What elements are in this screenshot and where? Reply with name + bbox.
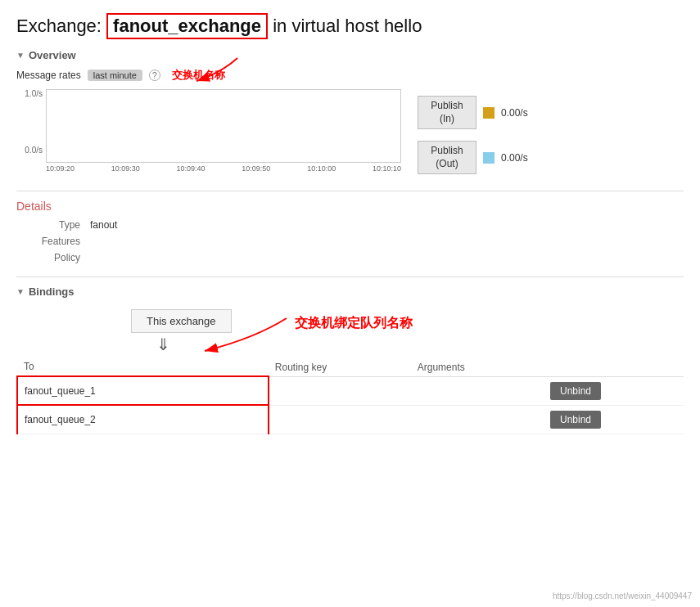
annotation-arrow-svg xyxy=(188,58,270,88)
annotation-queue-name: 交换机绑定队列名称 xyxy=(295,315,413,332)
queue-2-routing-key xyxy=(269,405,411,434)
chart-x-labels: 10:09:20 10:09:30 10:09:40 10:09:50 10:1… xyxy=(46,164,401,173)
details-row-type: Type fanout xyxy=(33,219,684,231)
unbind-button-1[interactable]: Unbind xyxy=(550,382,601,400)
bindings-arrow-icon: ▼ xyxy=(16,287,25,296)
overview-section: ▼ Overview Message rates last minute ? 交… xyxy=(16,49,684,174)
publish-out-value: 0.00/s xyxy=(501,152,528,164)
legend-item-publish-out: Publish (Out) 0.00/s xyxy=(418,141,528,174)
publish-out-line1: Publish xyxy=(431,145,463,156)
watermark: https://blog.csdn.net/weixin_44009447 xyxy=(553,591,692,600)
x-label-4: 10:10:00 xyxy=(307,164,336,173)
queue-1-name: fanout_queue_1 xyxy=(17,376,269,405)
page-title: Exchange: fanout_exchange in virtual hos… xyxy=(16,13,684,39)
bindings-content: This exchange ⇓ 交换机绑定队列名称 To Routing key xyxy=(16,309,684,434)
title-prefix: Exchange: xyxy=(16,16,102,36)
time-range-badge[interactable]: last minute xyxy=(88,70,142,81)
message-rates-row: Message rates last minute ? 交换机名称 xyxy=(16,68,684,83)
chart-legend: Publish (In) 0.00/s Publish (Out) 0.00/s xyxy=(418,89,528,174)
bindings-label: Bindings xyxy=(29,286,75,298)
overview-header[interactable]: ▼ Overview xyxy=(16,49,684,61)
legend-item-publish-in: Publish (In) 0.00/s xyxy=(418,96,528,129)
queue-1-routing-key xyxy=(269,376,411,405)
col-routing-key: Routing key xyxy=(269,357,411,376)
chart-container: 1.0/s 0.0/s 10:09:20 10:09:30 10:09:40 1… xyxy=(16,89,401,173)
unbind-button-2[interactable]: Unbind xyxy=(550,411,601,429)
details-row-policy: Policy xyxy=(33,252,684,263)
details-row-features: Features xyxy=(33,236,684,247)
y-top-label: 1.0/s xyxy=(16,89,43,98)
col-action xyxy=(544,357,684,376)
details-key-features: Features xyxy=(33,236,90,247)
queue-2-arguments xyxy=(411,405,544,434)
publish-in-line1: Publish xyxy=(431,100,463,111)
publish-out-color xyxy=(483,152,495,164)
queue-1-unbind-cell: Unbind xyxy=(544,376,684,405)
overview-arrow-icon: ▼ xyxy=(16,51,25,60)
x-label-2: 10:09:40 xyxy=(177,164,205,173)
chart-graph xyxy=(46,89,401,163)
publish-in-color xyxy=(483,107,495,119)
details-key-policy: Policy xyxy=(33,252,90,263)
publish-in-line2: (In) xyxy=(440,113,454,124)
message-rates-label: Message rates xyxy=(16,70,81,81)
table-row: fanout_queue_2 Unbind xyxy=(17,405,684,434)
details-key-type: Type xyxy=(33,219,90,231)
queue-annotation-arrow-svg xyxy=(188,318,295,359)
bindings-table: To Routing key Arguments fanout_queue_1 … xyxy=(16,357,684,434)
x-label-0: 10:09:20 xyxy=(46,164,75,173)
details-table: Type fanout Features Policy xyxy=(33,219,684,263)
publish-in-value: 0.00/s xyxy=(501,107,528,119)
overview-label: Overview xyxy=(29,49,76,61)
bindings-header-row: To Routing key Arguments xyxy=(17,357,684,376)
details-val-type: fanout xyxy=(90,219,117,231)
col-arguments: Arguments xyxy=(411,357,544,376)
x-label-5: 10:10:10 xyxy=(373,164,401,173)
publish-out-line2: (Out) xyxy=(436,158,458,169)
bindings-header[interactable]: ▼ Bindings xyxy=(16,286,684,298)
publish-out-button[interactable]: Publish (Out) xyxy=(418,141,476,174)
details-title: Details xyxy=(16,200,684,213)
queue-2-unbind-cell: Unbind xyxy=(544,405,684,434)
chart-y-labels: 1.0/s 0.0/s xyxy=(16,89,46,155)
publish-in-button[interactable]: Publish (In) xyxy=(418,96,476,129)
col-to: To xyxy=(17,357,269,376)
exchange-name-badge: fanout_exchange xyxy=(106,13,268,39)
queue-2-name: fanout_queue_2 xyxy=(17,405,269,434)
y-bottom-label: 0.0/s xyxy=(16,146,43,155)
queue-1-arguments xyxy=(411,376,544,405)
help-icon[interactable]: ? xyxy=(149,70,160,81)
x-label-1: 10:09:30 xyxy=(111,164,140,173)
table-row: fanout_queue_1 Unbind xyxy=(17,376,684,405)
title-suffix: in virtual host hello xyxy=(273,16,422,36)
details-section: Details Type fanout Features Policy xyxy=(16,191,684,263)
x-label-3: 10:09:50 xyxy=(242,164,270,173)
chart-area: 1.0/s 0.0/s 10:09:20 10:09:30 10:09:40 1… xyxy=(16,89,684,174)
bindings-section: ▼ Bindings This exchange ⇓ 交换机绑定队列名称 T xyxy=(16,277,684,434)
